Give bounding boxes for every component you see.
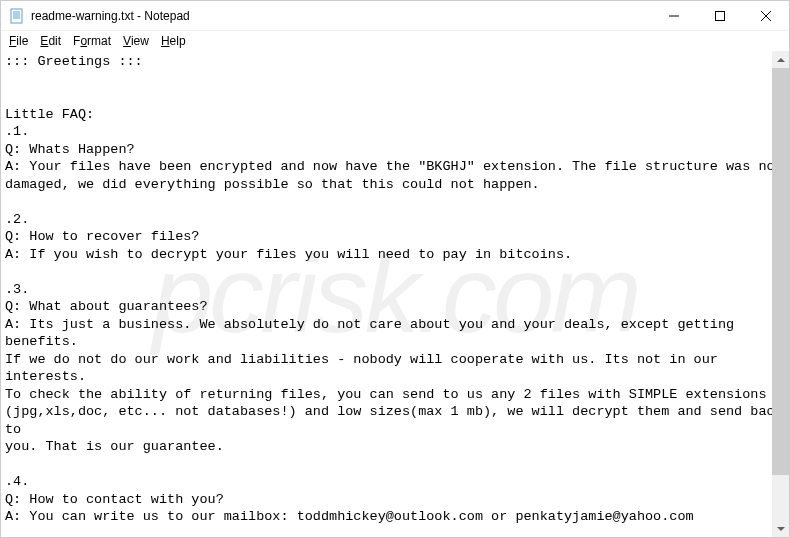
menu-help[interactable]: Help	[155, 33, 192, 49]
menu-edit[interactable]: Edit	[34, 33, 67, 49]
text-line: A: You can write us to our mailbox: todd…	[5, 509, 694, 524]
text-line: Q: How to contact with you?	[5, 492, 224, 507]
text-line: Q: What about guarantees?	[5, 299, 208, 314]
titlebar: readme-warning.txt - Notepad	[1, 1, 789, 31]
text-line: Q: Whats Happen?	[5, 142, 135, 157]
scrollbar-thumb[interactable]	[772, 68, 789, 475]
text-line: If we do not do our work and liabilities…	[5, 352, 726, 385]
menu-format[interactable]: Format	[67, 33, 117, 49]
menu-view[interactable]: View	[117, 33, 155, 49]
text-line: .3.	[5, 282, 29, 297]
watermark: pcrisk.com	[152, 285, 638, 303]
window-controls	[651, 1, 789, 30]
text-line: Q: How to recover files?	[5, 229, 199, 244]
text-line: you. That is our guarantee.	[5, 439, 224, 454]
text-line: .1.	[5, 124, 29, 139]
svg-marker-10	[777, 527, 785, 531]
maximize-button[interactable]	[697, 1, 743, 30]
text-line: .2.	[5, 212, 29, 227]
notepad-icon	[9, 8, 25, 24]
text-line: To check the ability of returning files,…	[5, 387, 767, 402]
minimize-button[interactable]	[651, 1, 697, 30]
menu-file[interactable]: File	[3, 33, 34, 49]
notepad-window: readme-warning.txt - Notepad File Edit F…	[0, 0, 790, 538]
window-title: readme-warning.txt - Notepad	[31, 9, 651, 23]
text-line: damaged, we did everything possible so t…	[5, 177, 540, 192]
text-line: .4.	[5, 474, 29, 489]
vertical-scrollbar[interactable]	[772, 51, 789, 537]
text-line: Little FAQ:	[5, 107, 94, 122]
close-button[interactable]	[743, 1, 789, 30]
scroll-down-button[interactable]	[772, 520, 789, 537]
menubar: File Edit Format View Help	[1, 31, 789, 51]
text-line: A: If you wish to decrypt your files you…	[5, 247, 572, 262]
text-line: (jpg,xls,doc, etc... not databases!) and…	[5, 404, 789, 437]
text-line: A: Your files have been encrypted and no…	[5, 159, 783, 174]
text-content-area[interactable]: pcrisk.com::: Greetings ::: Little FAQ: …	[1, 51, 789, 537]
text-line: A: Its just a business. We absolutely do…	[5, 317, 742, 350]
scrollbar-track[interactable]	[772, 68, 789, 520]
text-line: ::: Greetings :::	[5, 54, 143, 69]
scroll-up-button[interactable]	[772, 51, 789, 68]
svg-rect-6	[716, 11, 725, 20]
svg-marker-9	[777, 58, 785, 62]
